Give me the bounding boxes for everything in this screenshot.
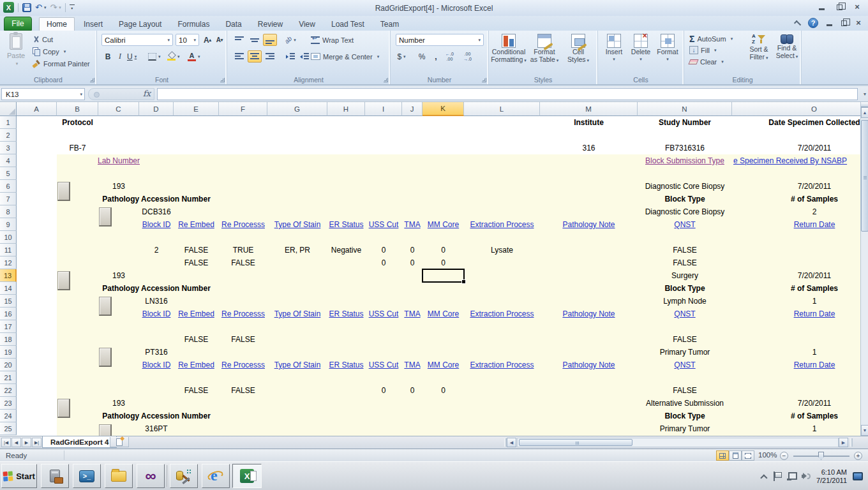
row-header-25[interactable]: 25 (0, 422, 17, 435)
ribbon-tab-team[interactable]: Team (373, 17, 406, 31)
cell-C13[interactable]: 193 (112, 269, 125, 282)
cell-B1[interactable]: Protocol (62, 116, 93, 129)
align-left-button[interactable] (232, 50, 246, 63)
row-header-7[interactable]: 7 (0, 193, 17, 205)
cell-J20[interactable]: TMA (404, 359, 420, 371)
vertical-split-handle[interactable] (861, 102, 868, 107)
cell-J12[interactable]: 0 (410, 256, 415, 269)
cell-O25[interactable]: 1 (812, 422, 817, 435)
save-icon[interactable] (22, 3, 31, 12)
ribbon-tab-insert[interactable]: Insert (77, 17, 110, 31)
cell-G11[interactable]: ER, PR (285, 244, 310, 256)
cell-J9[interactable]: TMA (404, 218, 420, 231)
cell-C6[interactable]: 193 (112, 180, 125, 193)
cell-N16[interactable]: QNST (674, 308, 695, 320)
row-header-13[interactable]: 13 (0, 269, 17, 282)
taskbar-button-windows-explorer[interactable] (105, 464, 133, 488)
taskbar-button-powershell[interactable]: >_ (73, 464, 101, 488)
vertical-scroll-thumb[interactable] (861, 120, 868, 232)
row-header-12[interactable]: 12 (0, 256, 17, 269)
name-box[interactable]: K13▾ (1, 88, 85, 100)
cell-E22[interactable]: FALSE (184, 384, 208, 397)
cell-E12[interactable]: FALSE (184, 256, 208, 269)
row-header-10[interactable]: 10 (0, 231, 17, 244)
undo-button[interactable]: ↶▾ (35, 3, 46, 11)
minimize-button[interactable] (817, 3, 826, 11)
underline-button[interactable]: U▾ (126, 50, 138, 63)
cell-N8[interactable]: Diagnostic Core Biopsy (645, 205, 725, 218)
cell-O1[interactable]: Date Specimen Collected (768, 116, 860, 129)
scroll-left-button[interactable]: ◀ (507, 438, 516, 447)
cell-N11[interactable]: FALSE (673, 244, 696, 256)
action-center-flag-icon[interactable] (774, 471, 781, 481)
bold-button[interactable]: B (102, 50, 114, 63)
font-name-combo[interactable]: Calibri▾ (101, 34, 173, 46)
sort-filter-button[interactable]: AZ Sort &Filter ▾ (745, 34, 772, 62)
cell-F11[interactable]: TRUE (233, 244, 254, 256)
column-header-H[interactable]: H (327, 102, 365, 116)
cell-D20[interactable]: Block ID (142, 359, 171, 371)
format-painter-button[interactable]: Format Painter (31, 57, 92, 70)
scrollbar-resize-handle[interactable] (850, 438, 853, 447)
clock[interactable]: 6:10 AM 7/21/2011 (816, 468, 847, 485)
cell-O15[interactable]: 1 (812, 295, 817, 308)
zoom-slider-thumb[interactable] (818, 452, 824, 460)
cell-N4[interactable]: Block Submission Type (645, 154, 724, 167)
customize-qat-button[interactable]: ▾ (70, 4, 75, 10)
cell-J11[interactable]: 0 (410, 244, 415, 256)
format-cells-button[interactable]: Format▾ (655, 34, 680, 63)
cell-E16[interactable]: Re Embed (178, 308, 214, 320)
ribbon-tab-page-layout[interactable]: Page Layout (112, 17, 168, 31)
cell-O24[interactable]: # of Samples (791, 410, 838, 422)
cell-O16[interactable]: Return Date (794, 308, 835, 320)
row-header-19[interactable]: 19 (0, 346, 17, 359)
expand-formula-bar-icon[interactable]: ▾ (864, 91, 866, 97)
cell-I16[interactable]: USS Cut (369, 308, 399, 320)
copy-button[interactable]: Copy▾ (31, 45, 92, 57)
selected-cell-K13[interactable] (422, 269, 465, 283)
ribbon-tab-load-test[interactable]: Load Test (324, 17, 371, 31)
number-dialog-launcher[interactable] (482, 78, 486, 82)
cell-D9[interactable]: Block ID (142, 218, 171, 231)
cell-L9[interactable]: Extraction Process (470, 218, 534, 231)
page-layout-view-button[interactable] (729, 450, 742, 461)
italic-button[interactable]: I (114, 50, 126, 63)
cell-L11[interactable]: Lysate (491, 244, 513, 256)
row-header-3[interactable]: 3 (0, 142, 17, 154)
cell-G20[interactable]: Type Of Stain (274, 359, 321, 371)
zoom-in-button[interactable]: + (854, 452, 862, 460)
row-header-6[interactable]: 6 (0, 180, 17, 193)
column-header-B[interactable]: B (57, 102, 98, 116)
ribbon-tab-formulas[interactable]: Formulas (170, 17, 216, 31)
ribbon-tab-review[interactable]: Review (251, 17, 290, 31)
cell-N13[interactable]: Surgery (671, 269, 698, 282)
decrease-decimal-button[interactable]: .00→.0 (463, 52, 472, 62)
ribbon-tab-file[interactable]: File (4, 17, 32, 31)
redo-button[interactable]: ↷▾ (50, 3, 61, 11)
column-header-J[interactable]: J (402, 102, 423, 116)
cut-button[interactable]: Cut (31, 33, 92, 45)
cell-F22[interactable]: FALSE (231, 384, 255, 397)
cell-H11[interactable]: Negative (331, 244, 361, 256)
row-header-23[interactable]: 23 (0, 397, 17, 410)
cell-D7[interactable]: Pathology Accession Number (102, 193, 211, 205)
grow-font-button[interactable]: A▴ (202, 34, 213, 46)
select-all-corner[interactable] (0, 102, 17, 116)
row-header-2[interactable]: 2 (0, 129, 17, 142)
cell-B3[interactable]: FB-7 (69, 142, 86, 154)
row-header-4[interactable]: 4 (0, 154, 17, 167)
expand-toggle-button-row-8[interactable] (99, 207, 112, 226)
borders-button[interactable]: ▾ (147, 50, 162, 63)
column-header-I[interactable]: I (365, 102, 402, 116)
conditional-formatting-button[interactable]: ConditionalFormatting ▾ (491, 34, 527, 64)
last-sheet-button[interactable]: ▶| (32, 438, 41, 447)
wrap-text-button[interactable]: Wrap Text (309, 34, 355, 46)
cell-N19[interactable]: Primary Tumor (660, 346, 710, 359)
cell-O4[interactable]: e Specimen Received By NSABP (733, 154, 847, 167)
taskbar-button-visual-studio[interactable]: ∞ (137, 464, 165, 488)
column-header-O[interactable]: O (732, 102, 860, 116)
expand-toggle-button-row-25[interactable] (99, 424, 112, 436)
cell-J16[interactable]: TMA (404, 308, 420, 320)
align-right-button[interactable] (263, 50, 277, 63)
cell-H9[interactable]: ER Status (329, 218, 363, 231)
